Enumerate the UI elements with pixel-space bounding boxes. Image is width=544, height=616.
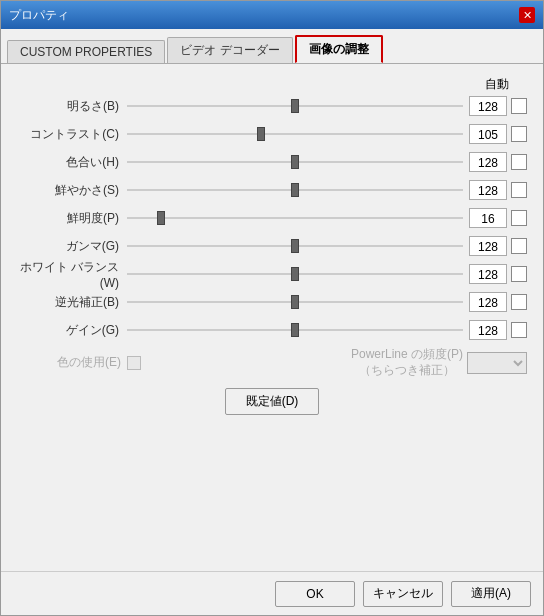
slider-row-contrast: コントラスト(C) 105 xyxy=(17,123,527,145)
close-button[interactable]: ✕ xyxy=(519,7,535,23)
hue-auto-checkbox[interactable] xyxy=(511,154,527,170)
saturation-value[interactable]: 128 xyxy=(469,180,507,200)
contrast-thumb xyxy=(257,127,265,141)
backlight-label: 逆光補正(B) xyxy=(17,294,127,311)
saturation-slider[interactable] xyxy=(127,181,463,199)
gamma-thumb xyxy=(291,239,299,253)
sharpness-slider[interactable] xyxy=(127,209,463,227)
white-balance-auto-checkbox[interactable] xyxy=(511,266,527,282)
auto-label-row: 自動 xyxy=(17,76,527,93)
brightness-thumb xyxy=(291,99,299,113)
slider-row-hue: 色合い(H) 128 xyxy=(17,151,527,173)
gamma-value[interactable]: 128 xyxy=(469,236,507,256)
backlight-thumb xyxy=(291,295,299,309)
default-button-row: 既定値(D) xyxy=(17,388,527,415)
saturation-label: 鮮やかさ(S) xyxy=(17,182,127,199)
white-balance-slider[interactable] xyxy=(127,265,463,283)
sharpness-auto-checkbox[interactable] xyxy=(511,210,527,226)
bottom-controls-row: 色の使用(E) PowerLine の頻度(P) （ちらつき補正） xyxy=(17,347,527,378)
slider-row-gamma: ガンマ(G) 128 xyxy=(17,235,527,257)
hue-label: 色合い(H) xyxy=(17,154,127,171)
brightness-value[interactable]: 128 xyxy=(469,96,507,116)
contrast-auto-checkbox[interactable] xyxy=(511,126,527,142)
powerline-select[interactable] xyxy=(467,352,527,374)
slider-row-brightness: 明るさ(B) 128 xyxy=(17,95,527,117)
slider-row-gain: ゲイン(G) 128 xyxy=(17,319,527,341)
tabs-bar: CUSTOM PROPERTIES ビデオ デコーダー 画像の調整 xyxy=(1,29,543,64)
contrast-label: コントラスト(C) xyxy=(17,126,127,143)
gamma-auto-checkbox[interactable] xyxy=(511,238,527,254)
gain-auto-checkbox[interactable] xyxy=(511,322,527,338)
tab-image-adjust[interactable]: 画像の調整 xyxy=(295,35,383,63)
cancel-button[interactable]: キャンセル xyxy=(363,581,443,607)
brightness-label: 明るさ(B) xyxy=(17,98,127,115)
hue-thumb xyxy=(291,155,299,169)
apply-button[interactable]: 適用(A) xyxy=(451,581,531,607)
gain-thumb xyxy=(291,323,299,337)
properties-window: プロパティ ✕ CUSTOM PROPERTIES ビデオ デコーダー 画像の調… xyxy=(0,0,544,616)
sharpness-thumb xyxy=(157,211,165,225)
saturation-auto-checkbox[interactable] xyxy=(511,182,527,198)
tab-custom-properties[interactable]: CUSTOM PROPERTIES xyxy=(7,40,165,63)
brightness-slider[interactable] xyxy=(127,97,463,115)
footer: OK キャンセル 適用(A) xyxy=(1,571,543,615)
color-use-label: 色の使用(E) xyxy=(17,354,127,371)
gain-value[interactable]: 128 xyxy=(469,320,507,340)
backlight-slider[interactable] xyxy=(127,293,463,311)
sliders-container: 明るさ(B) 128 コントラスト(C) 105 xyxy=(17,95,527,341)
tab-content: 自動 明るさ(B) 128 コントラスト(C) xyxy=(1,64,543,571)
default-button[interactable]: 既定値(D) xyxy=(225,388,320,415)
contrast-slider[interactable] xyxy=(127,125,463,143)
gain-label: ゲイン(G) xyxy=(17,322,127,339)
gamma-label: ガンマ(G) xyxy=(17,238,127,255)
backlight-value[interactable]: 128 xyxy=(469,292,507,312)
brightness-auto-checkbox[interactable] xyxy=(511,98,527,114)
white-balance-label: ホワイト バランス(W) xyxy=(17,259,127,290)
window-title: プロパティ xyxy=(9,7,69,24)
title-bar: プロパティ ✕ xyxy=(1,1,543,29)
sharpness-value[interactable]: 16 xyxy=(469,208,507,228)
white-balance-thumb xyxy=(291,267,299,281)
hue-value[interactable]: 128 xyxy=(469,152,507,172)
slider-row-sharpness: 鮮明度(P) 16 xyxy=(17,207,527,229)
color-use-checkbox[interactable] xyxy=(127,356,141,370)
powerline-label: PowerLine の頻度(P) （ちらつき補正） xyxy=(351,347,463,378)
hue-slider[interactable] xyxy=(127,153,463,171)
slider-row-saturation: 鮮やかさ(S) 128 xyxy=(17,179,527,201)
ok-button[interactable]: OK xyxy=(275,581,355,607)
saturation-thumb xyxy=(291,183,299,197)
gain-slider[interactable] xyxy=(127,321,463,339)
gamma-slider[interactable] xyxy=(127,237,463,255)
backlight-auto-checkbox[interactable] xyxy=(511,294,527,310)
sharpness-label: 鮮明度(P) xyxy=(17,210,127,227)
white-balance-value[interactable]: 128 xyxy=(469,264,507,284)
contrast-value[interactable]: 105 xyxy=(469,124,507,144)
slider-row-white-balance: ホワイト バランス(W) 128 xyxy=(17,263,527,285)
auto-label: 自動 xyxy=(485,76,509,93)
tab-video-decoder[interactable]: ビデオ デコーダー xyxy=(167,37,292,63)
slider-row-backlight: 逆光補正(B) 128 xyxy=(17,291,527,313)
